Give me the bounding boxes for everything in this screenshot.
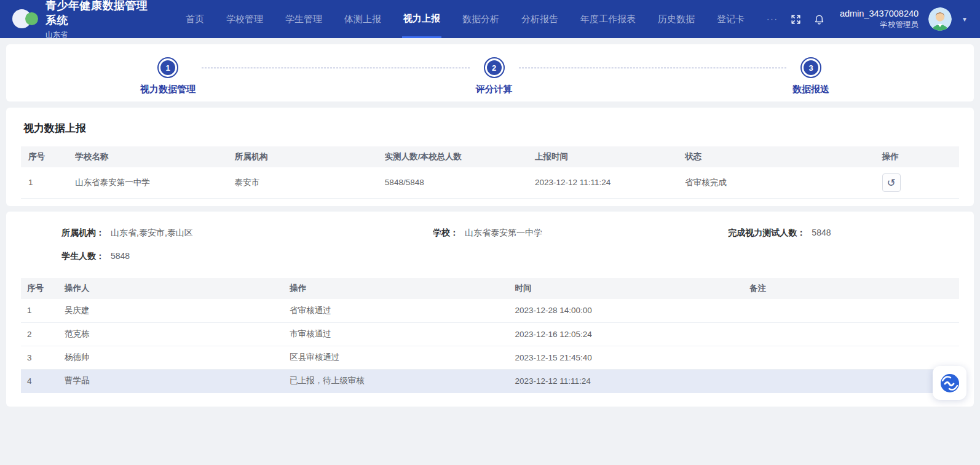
cell-index: 3 — [21, 346, 58, 369]
app-logo — [9, 7, 41, 31]
report-table-head: 序号学校名称所属机构实测人数/本校总人数上报时间状态操作 — [21, 146, 959, 167]
report-table: 序号学校名称所属机构实测人数/本校总人数上报时间状态操作 1山东省泰安第一中学泰… — [21, 146, 959, 199]
step-number: 3 — [804, 60, 818, 75]
nav-item-首页[interactable]: 首页 — [184, 0, 205, 38]
column-header: 上报时间 — [528, 146, 678, 167]
cell-remark — [743, 346, 959, 369]
nav-item-历史数据[interactable]: 历史数据 — [657, 0, 696, 38]
column-header: 状态 — [678, 146, 874, 167]
column-header: 操作 — [283, 278, 508, 299]
field-value: 山东省泰安第一中学 — [465, 228, 542, 239]
field-label: 所属机构： — [25, 228, 105, 239]
nav-item-年度工作报表[interactable]: 年度工作报表 — [579, 0, 637, 38]
audit-table-body: 1吴庆建省审核通过2023-12-28 14:00:002范克栋市审核通过202… — [21, 299, 959, 392]
step-number: 1 — [160, 60, 175, 75]
cell-org: 泰安市 — [227, 167, 377, 198]
nav-item-登记卡[interactable]: 登记卡 — [716, 0, 746, 38]
detail-fields: 所属机构：山东省,泰安市,泰山区学校：山东省泰安第一中学完成视力测试人数：584… — [21, 226, 959, 274]
detail-field: 所属机构：山东省,泰安市,泰山区 — [25, 228, 416, 239]
top-navbar: 青少年健康数据管理系统 山东省 首页学校管理学生管理体测上报视力上报数据分析分析… — [0, 0, 980, 38]
assistant-logo-icon — [939, 372, 961, 394]
audit-table-row[interactable]: 1吴庆建省审核通过2023-12-28 14:00:00 — [21, 299, 959, 322]
cell-time: 2023-12-12 11:11:24 — [528, 167, 678, 198]
column-header: 学校名称 — [68, 146, 227, 167]
floating-assistant-button[interactable] — [933, 366, 966, 400]
cell-index: 2 — [21, 322, 58, 346]
step-3[interactable]: 3数据报送 — [792, 57, 829, 95]
column-header: 所属机构 — [227, 146, 377, 167]
nav-item-体测上报[interactable]: 体测上报 — [343, 0, 382, 38]
navbar-right: admin_3437008240 学校管理员 ▼ — [789, 7, 968, 31]
step-2[interactable]: 2评分计算 — [476, 57, 513, 95]
column-header: 实测人数/本校总人数 — [377, 146, 528, 167]
app-title: 青少年健康数据管理系统 — [45, 0, 149, 28]
cell-index: 4 — [21, 369, 58, 392]
step-1[interactable]: 1视力数据管理 — [140, 57, 196, 95]
field-label: 学生人数： — [25, 251, 105, 262]
cell-remark — [743, 299, 959, 322]
logo-circle-green — [25, 12, 38, 25]
step-label: 评分计算 — [476, 84, 513, 95]
cell-time: 2023-12-16 12:05:24 — [509, 322, 744, 346]
cell-time: 2023-12-15 21:45:40 — [509, 346, 744, 369]
nav-item-数据分析[interactable]: 数据分析 — [461, 0, 500, 38]
brand-block: 青少年健康数据管理系统 山东省 — [45, 0, 149, 40]
step-circle-1: 1 — [157, 57, 178, 78]
cell-index: 1 — [21, 167, 68, 198]
audit-table-row[interactable]: 3杨德帅区县审核通过2023-12-15 21:45:40 — [21, 346, 959, 369]
app-subtitle: 山东省 — [45, 30, 149, 40]
audit-table-row[interactable]: 2范克栋市审核通过2023-12-16 12:05:24 — [21, 322, 959, 346]
step-circle-3: 3 — [800, 57, 821, 78]
user-dropdown-caret-icon[interactable]: ▼ — [962, 16, 968, 23]
nav-item-学生管理[interactable]: 学生管理 — [284, 0, 323, 38]
cell-school: 山东省泰安第一中学 — [68, 167, 227, 198]
cell-operator: 范克栋 — [58, 322, 283, 346]
column-header: 时间 — [509, 278, 744, 299]
cell-remark — [743, 322, 959, 346]
cell-action: 已上报，待上级审核 — [283, 369, 508, 392]
report-table-row: 1山东省泰安第一中学泰安市5848/58482023-12-12 11:11:2… — [21, 167, 959, 198]
step-circle-2: 2 — [484, 57, 505, 78]
column-header: 备注 — [743, 278, 959, 299]
nav-item-学校管理[interactable]: 学校管理 — [225, 0, 264, 38]
cell-status: 省审核完成 — [678, 167, 874, 198]
main-nav: 首页学校管理学生管理体测上报视力上报数据分析分析报告年度工作报表历史数据登记卡·… — [175, 0, 789, 38]
avatar[interactable] — [928, 7, 952, 31]
stepper: 1视力数据管理2评分计算3数据报送 — [140, 57, 829, 95]
cell-time: 2023-12-28 14:00:00 — [509, 299, 744, 322]
field-value: 5848 — [111, 251, 130, 261]
fullscreen-icon[interactable] — [789, 12, 803, 26]
nav-item-视力上报[interactable]: 视力上报 — [402, 0, 441, 38]
cell-operator: 杨德帅 — [58, 346, 283, 369]
column-header: 操作 — [875, 146, 959, 167]
undo-button[interactable]: ↺ — [882, 173, 901, 192]
notification-bell-icon[interactable] — [813, 12, 826, 26]
cell-action: 省审核通过 — [283, 299, 508, 322]
audit-table-row[interactable]: 4曹学晶已上报，待上级审核2023-12-12 11:11:24 — [21, 369, 959, 392]
cell-index: 1 — [21, 299, 58, 322]
field-label: 完成视力测试人数： — [713, 228, 805, 239]
page-title: 视力数据上报 — [23, 121, 959, 135]
cell-action: 市审核通过 — [283, 322, 508, 346]
report-table-body: 1山东省泰安第一中学泰安市5848/58482023-12-12 11:11:2… — [21, 167, 959, 198]
stepper-card: 1视力数据管理2评分计算3数据报送 — [6, 44, 974, 101]
field-value: 山东省,泰安市,泰山区 — [111, 228, 193, 239]
audit-table-head: 序号操作人操作时间备注 — [21, 278, 959, 299]
cell-remark — [743, 369, 959, 392]
column-header: 序号 — [21, 146, 68, 167]
cell-action: 区县审核通过 — [283, 346, 508, 369]
step-number: 2 — [487, 60, 502, 75]
cell-time: 2023-12-12 11:11:24 — [509, 369, 744, 392]
cell-counts: 5848/5848 — [377, 167, 528, 198]
detail-field: 完成视力测试人数：5848 — [713, 228, 955, 239]
cell-operator: 吴庆建 — [58, 299, 283, 322]
report-card: 视力数据上报 序号学校名称所属机构实测人数/本校总人数上报时间状态操作 1山东省… — [6, 108, 974, 206]
field-value: 5848 — [812, 228, 831, 237]
user-info[interactable]: admin_3437008240 学校管理员 — [840, 9, 919, 30]
detail-card: 所属机构：山东省,泰安市,泰山区学校：山东省泰安第一中学完成视力测试人数：584… — [6, 212, 974, 407]
step-label: 视力数据管理 — [140, 84, 196, 95]
detail-field: 学校：山东省泰安第一中学 — [416, 228, 713, 239]
nav-item-more[interactable]: ··· — [765, 0, 780, 38]
nav-item-分析报告[interactable]: 分析报告 — [520, 0, 559, 38]
cell-action: ↺ — [875, 167, 959, 198]
